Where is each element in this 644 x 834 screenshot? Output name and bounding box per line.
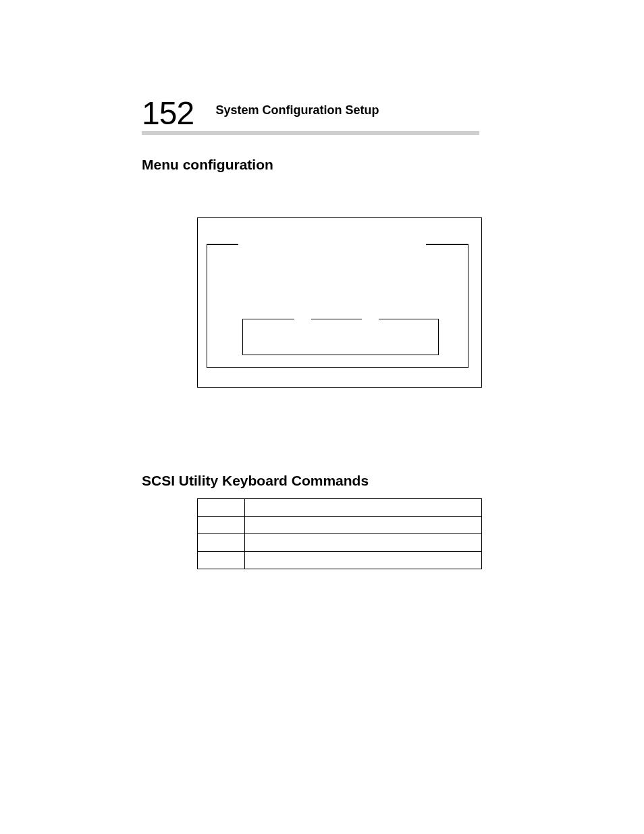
diagram-inner-box: [242, 319, 439, 355]
table-row: [198, 517, 482, 534]
key-cell: [198, 552, 245, 569]
table-row: [198, 499, 482, 517]
description-cell: [245, 534, 482, 552]
section-heading-menu-configuration: Menu configuration: [142, 157, 273, 173]
key-cell: [198, 517, 245, 534]
diagram-box-gap-right: [362, 318, 379, 321]
description-cell: [245, 517, 482, 534]
key-cell: [198, 499, 245, 517]
header-rule: [142, 131, 479, 135]
diagram-box-gap-left: [294, 318, 311, 321]
table-row: [198, 552, 482, 569]
description-cell: [245, 552, 482, 569]
table-row: [198, 534, 482, 552]
diagram-notch-left: [207, 244, 238, 245]
diagram-notch-right: [426, 244, 468, 245]
page-header: 152 System Configuration Setup: [142, 95, 479, 132]
chapter-title: System Configuration Setup: [216, 103, 379, 118]
page-number: 152: [142, 95, 194, 132]
description-cell: [245, 499, 482, 517]
section-heading-scsi-utility: SCSI Utility Keyboard Commands: [142, 473, 369, 489]
keyboard-commands-table: [197, 498, 482, 569]
page: 152 System Configuration Setup Menu conf…: [0, 0, 644, 834]
key-cell: [198, 534, 245, 552]
